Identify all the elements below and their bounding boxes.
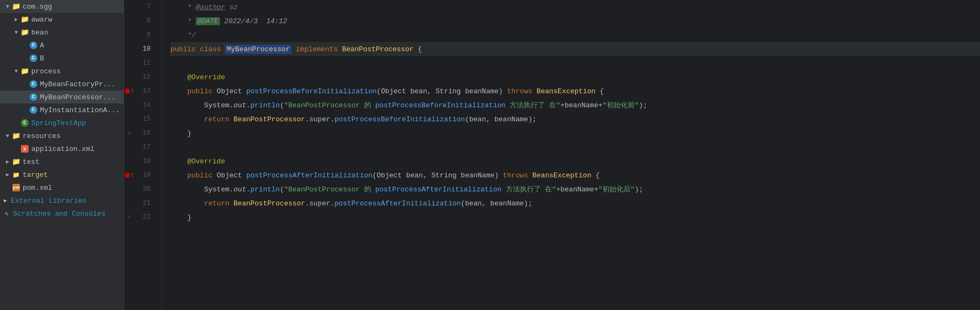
gutter-8 (124, 14, 135, 28)
code-line-11 (170, 56, 980, 70)
code-text: return BeanPostProcessor.super.postProce… (170, 199, 532, 208)
sidebar-item-application-xml[interactable]: ▶ X application.xml (0, 142, 124, 155)
arrow-marker: ↑ (131, 87, 134, 95)
sidebar-item-label: application.xml (31, 145, 94, 153)
code-content[interactable]: * @author sz * @DATE 2022/4/3 14:12 */ p… (162, 0, 980, 310)
code-text: @Override (170, 157, 225, 166)
sidebar-item-mybeanfactorypr[interactable]: ▶ C MyBeanFactoryPr... (0, 78, 124, 91)
code-line-10: public class MyBeanProcessor implements … (170, 42, 980, 56)
arrow-marker: ↑ (131, 171, 134, 179)
sidebar-item-A[interactable]: ▶ C A (0, 39, 124, 52)
line-num-22: 22 (135, 210, 155, 224)
sidebar-item-mybeanprocessor[interactable]: ▶ C MyBeanProcessor... (0, 91, 124, 104)
folder-icon: 📁 (20, 28, 29, 37)
sidebar-item-external-libs[interactable]: ▶ External Libraries (0, 194, 124, 207)
chevron-icon: ▼ (4, 3, 11, 10)
file-tree: ▼ 📁 com.sgg ▶ 📁 awarw ▼ 📁 bean ▶ C A ▶ C… (0, 0, 124, 310)
code-text: * @DATE 2022/4/3 14:12 (170, 17, 287, 25)
code-line-8: * @DATE 2022/4/3 14:12 (170, 14, 980, 28)
code-text: return BeanPostProcessor.super.postProce… (170, 115, 537, 123)
sidebar-item-springtestapp[interactable]: ▶ C SpringTestApp (0, 116, 124, 129)
code-text: } (170, 213, 191, 222)
code-editor: ↑ ▽ ↑ ▽ (124, 0, 980, 310)
chevron-icon: ▶ (2, 197, 9, 204)
class-icon: C (29, 93, 38, 101)
gutter: ↑ ▽ ↑ ▽ (124, 0, 135, 310)
code-line-16: } (170, 126, 980, 140)
code-text: @Override (170, 73, 225, 81)
gutter-7 (124, 0, 135, 14)
fold-marker: ▽ (128, 214, 131, 221)
line-num-15: 15 (135, 112, 155, 126)
line-num-7: 7 (135, 0, 155, 14)
folder-icon: 📁 (20, 67, 29, 75)
chevron-icon: ▶ (4, 171, 11, 178)
code-text: System.out.println("BeanPostProcessor 的 … (170, 184, 643, 194)
sidebar-item-com-sgg[interactable]: ▼ 📁 com.sgg (0, 0, 124, 13)
breakpoint-marker (125, 88, 130, 94)
sidebar-item-label: MyBeanFactoryPr... (40, 80, 115, 88)
sidebar-item-scratches[interactable]: ✎ Scratches and Consoles (0, 207, 124, 220)
chevron-icon: ▶ (13, 16, 19, 23)
fold-marker: ▽ (128, 130, 131, 136)
gutter-16: ▽ (124, 126, 135, 140)
gutter-9 (124, 28, 135, 42)
code-text: */ (170, 31, 196, 39)
sidebar-item-target[interactable]: ▶ 📁 target (0, 168, 124, 181)
sidebar-item-awarw[interactable]: ▶ 📁 awarw (0, 13, 124, 26)
line-num-10: 10 (135, 42, 155, 56)
sidebar-item-pom[interactable]: ▶ pom pom.xml (0, 181, 124, 194)
folder-icon: 📁 (12, 2, 20, 11)
code-text: System.out.println("BeanPostProcessor 的 … (170, 100, 647, 110)
code-text: * @author sz (170, 3, 238, 11)
sidebar-item-myinstantiationa[interactable]: ▶ C MyInstantiationA... (0, 104, 124, 116)
code-line-21: return BeanPostProcessor.super.postProce… (170, 196, 980, 210)
sidebar-item-bean[interactable]: ▼ 📁 bean (0, 26, 124, 39)
sidebar-item-label: External Libraries (11, 197, 86, 205)
chevron-icon: ▼ (4, 133, 11, 139)
line-num-9: 9 (135, 28, 155, 42)
code-line-13: public Object postProcessBeforeInitializ… (170, 84, 980, 98)
sidebar-item-label: Scratches and Consoles (13, 210, 106, 218)
sidebar-item-B[interactable]: ▶ C B (0, 52, 124, 65)
gutter-19: ↑ (124, 168, 135, 182)
class-icon: C (29, 106, 38, 114)
line-num-8: 8 (135, 14, 155, 28)
folder-icon: 📁 (12, 157, 20, 166)
gutter-17 (124, 140, 135, 154)
sidebar-item-label: target (23, 171, 48, 179)
gutter-12 (124, 70, 135, 84)
sidebar-item-test[interactable]: ▶ 📁 test (0, 155, 124, 168)
gutter-18 (124, 154, 135, 168)
pom-icon: pom (12, 183, 20, 192)
gutter-15 (124, 112, 135, 126)
class-icon: C (29, 41, 38, 50)
scratches-icon: ✎ (2, 209, 11, 218)
sidebar-item-label: bean (31, 29, 48, 37)
gutter-11 (124, 56, 135, 70)
code-line-17 (170, 140, 980, 154)
sidebar-item-label: resources (23, 132, 60, 140)
sidebar-item-process[interactable]: ▼ 📁 process (0, 65, 124, 78)
code-line-15: return BeanPostProcessor.super.postProce… (170, 112, 980, 126)
gutter-21 (124, 196, 135, 210)
sidebar-item-label: com.sgg (23, 3, 52, 11)
line-num-16: 16 (135, 126, 155, 140)
sidebar-item-resources[interactable]: ▼ 📁 resources (0, 129, 124, 142)
chevron-icon: ▶ (4, 159, 11, 165)
sidebar-item-label: test (23, 158, 39, 166)
sidebar-item-label: SpringTestApp (31, 119, 86, 127)
code-line-7: * @author sz (170, 0, 980, 14)
line-num-21: 21 (135, 196, 155, 210)
line-numbers: 7 8 9 10 11 12 13 14 15 16 17 18 19 20 2… (135, 0, 162, 310)
line-num-12: 12 (135, 70, 155, 84)
code-line-14: System.out.println("BeanPostProcessor 的 … (170, 98, 980, 112)
line-num-14: 14 (135, 98, 155, 112)
code-line-12: @Override (170, 70, 980, 84)
class-icon: C (29, 54, 38, 63)
line-num-11: 11 (135, 56, 155, 70)
code-line-9: */ (170, 28, 980, 42)
sidebar-item-label: B (40, 54, 44, 63)
sidebar-item-label: A (40, 42, 44, 50)
code-text: public Object postProcessBeforeInitializ… (170, 87, 604, 95)
